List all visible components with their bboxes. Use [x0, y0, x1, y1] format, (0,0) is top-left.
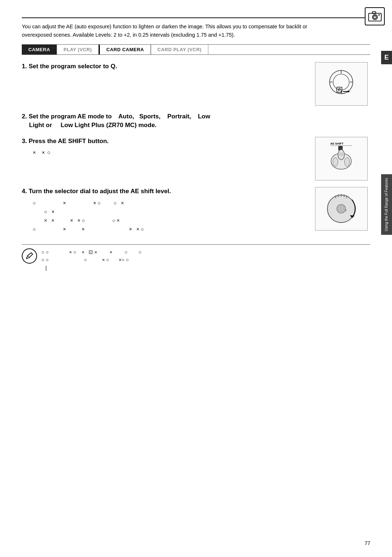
camera-icon-top-right [365, 7, 385, 25]
note-line-3: [ [41, 264, 370, 272]
svg-point-22 [333, 158, 338, 166]
step-3-image-col: AE SHIFT [312, 137, 370, 180]
step-3-row: 3. Press the AE SHIFT button. × ×○ AE SH… [22, 137, 370, 180]
svg-point-6 [333, 74, 349, 90]
step4-row-3: × × × ×○ ○× [33, 217, 305, 224]
tab-card-play-vcr[interactable]: CARD PLAY (VCR) [151, 45, 209, 54]
step-2-row: 2. Set the program AE mode to Auto, Spor… [22, 112, 370, 133]
right-side-label: Using the Full Range of Features [381, 174, 392, 235]
step4-row-4: ○ × × × ×○ [33, 225, 305, 233]
step-3-heading: 3. Press the AE SHIFT button. [22, 137, 305, 146]
step-1-image: P [315, 62, 368, 106]
step-4-heading: 4. Turn the selector dial to adjust the … [22, 187, 305, 196]
mode-tabs-row: CAMERA PLAY (VCR) CARD CAMERA CARD PLAY … [22, 44, 370, 55]
step-4-text: 4. Turn the selector dial to adjust the … [22, 187, 305, 234]
page-container: E Using the Full Range of Features You c… [0, 0, 392, 557]
note-line-1: ○ ○ × ○ × ⊡ × × ○ ○ [41, 248, 370, 256]
step-1-row: 1. Set the program selector to Q. [22, 62, 370, 106]
step-2-text: 2. Set the program AE mode to Auto, Spor… [22, 112, 370, 133]
step-4-image: PUSH [315, 187, 368, 231]
step-4-image-col: PUSH [312, 187, 370, 231]
step4-row-1: ○ × ×○ ○ × [33, 199, 305, 207]
note-icon [22, 248, 37, 264]
svg-point-31 [337, 204, 346, 213]
tab-camera[interactable]: CAMERA [22, 45, 57, 54]
note-line-2: ○ ○ ○ × ○ ×○ ○ [41, 256, 370, 264]
step-4-symbols: ○ × ×○ ○ × ○ × × × × ×○ ○× ○ × × × ×○ [33, 199, 305, 233]
svg-point-1 [372, 15, 377, 20]
step-3-symbols: × ×○ [33, 149, 305, 155]
svg-line-33 [28, 256, 29, 257]
step-3-text: 3. Press the AE SHIFT button. × ×○ [22, 137, 305, 158]
intro-paragraph: You can adjust the AE (auto exposure) fu… [22, 23, 334, 39]
note-text: ○ ○ × ○ × ⊡ × × ○ ○ ○ ○ ○ × ○ ×○ ○ [ [41, 248, 370, 272]
svg-text:P: P [338, 88, 341, 92]
svg-point-4 [378, 14, 380, 16]
e-section-tab: E [381, 51, 392, 64]
svg-text:AE SHIFT: AE SHIFT [330, 142, 344, 145]
svg-rect-3 [372, 12, 376, 13]
step-4-row: 4. Turn the selector dial to adjust the … [22, 187, 370, 234]
svg-point-2 [373, 16, 376, 19]
tab-play-vcr[interactable]: PLAY (VCR) [57, 45, 99, 54]
step-2-heading: 2. Set the program AE mode to Auto, Spor… [22, 112, 370, 130]
svg-point-19 [338, 150, 344, 160]
step-1-text: 1. Set the program selector to Q. [22, 62, 305, 74]
note-row: ○ ○ × ○ × ⊡ × × ○ ○ ○ ○ ○ × ○ ×○ ○ [ [22, 248, 370, 272]
svg-point-23 [344, 158, 350, 166]
top-divider [22, 17, 370, 18]
step-1-image-col: P [312, 62, 370, 106]
bottom-divider [22, 244, 370, 245]
page-number: 77 [364, 540, 370, 546]
steps-area: 1. Set the program selector to Q. [22, 62, 370, 240]
tab-card-camera[interactable]: CARD CAMERA [99, 45, 151, 54]
step-3-image: AE SHIFT [315, 137, 368, 180]
step4-row-2: ○ × [33, 208, 305, 216]
step-1-heading: 1. Set the program selector to Q. [22, 62, 305, 71]
